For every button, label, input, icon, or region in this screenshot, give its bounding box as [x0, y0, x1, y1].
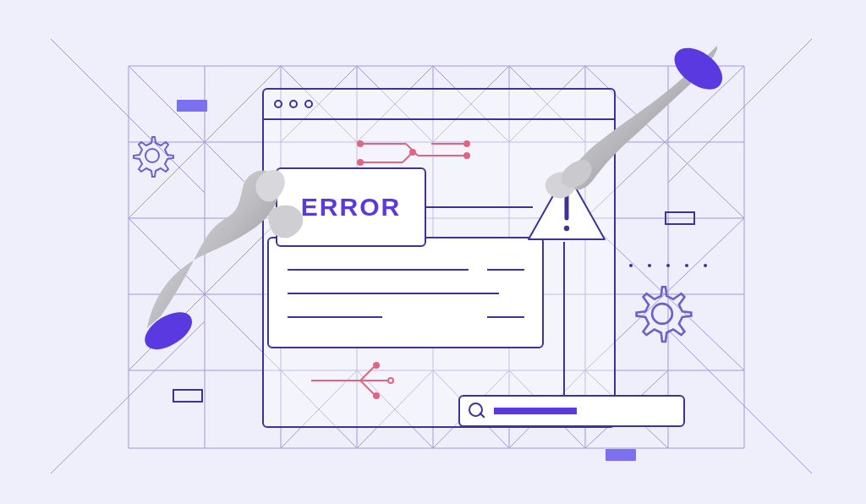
svg-line-54 [403, 154, 411, 162]
svg-point-46 [652, 304, 672, 324]
outline-block [665, 211, 695, 225]
svg-point-62 [388, 378, 393, 383]
window-control-icon [274, 100, 282, 108]
gear-icon [631, 282, 693, 345]
svg-point-60 [374, 363, 379, 368]
svg-line-63 [360, 381, 374, 394]
content-panel [267, 237, 544, 348]
progress-track [494, 408, 673, 414]
svg-line-59 [360, 367, 374, 381]
connector-line [563, 242, 565, 396]
illustration-stage: ERROR [0, 0, 866, 504]
svg-line-44 [668, 330, 812, 474]
svg-point-45 [145, 149, 159, 162]
connector-line [423, 206, 533, 208]
svg-point-67 [564, 226, 569, 231]
svg-point-51 [464, 153, 469, 158]
outline-block [173, 389, 203, 403]
window-control-icon [289, 100, 298, 108]
window-control-icon [304, 100, 313, 108]
circuit-trace-icon [355, 137, 482, 171]
circuit-trace-icon [311, 360, 404, 401]
svg-point-55 [410, 150, 415, 155]
hand-right-illustration [497, 46, 717, 206]
svg-point-57 [464, 141, 469, 146]
search-progress-bar [458, 395, 685, 427]
hand-left-illustration [147, 167, 308, 337]
svg-point-64 [374, 393, 379, 398]
dot-row [629, 264, 707, 267]
progress-fill [494, 408, 577, 414]
error-label: ERROR [301, 194, 401, 220]
accent-block [606, 449, 636, 461]
magnifier-icon [469, 403, 485, 419]
accent-block [177, 100, 207, 112]
